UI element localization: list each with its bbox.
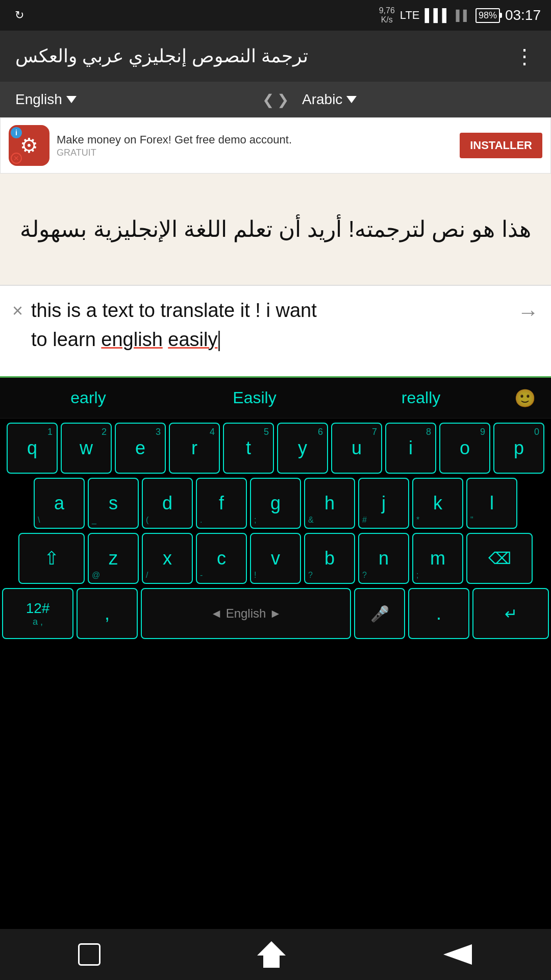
suggestion-easily[interactable]: Easily <box>171 383 338 412</box>
key-s[interactable]: _s <box>88 478 139 529</box>
key-enter[interactable]: ↵ <box>472 588 549 639</box>
target-lang-label: Arabic <box>302 91 342 108</box>
keyboard: 1q 2w 3e 4r 5t 6y 7u 8i 9o 0p \a _s (d .… <box>0 419 551 647</box>
key-comma[interactable]: , <box>77 588 138 639</box>
lang-selector: English ❮ ❯ Arabic <box>0 82 551 117</box>
ad-close-icon[interactable]: ✕ <box>11 153 22 164</box>
svg-marker-1 <box>443 944 472 965</box>
source-lang-dropdown-icon <box>66 96 77 103</box>
key-d[interactable]: (d <box>142 478 193 529</box>
key-x[interactable]: /x <box>142 533 193 584</box>
key-i[interactable]: 8i <box>385 423 436 474</box>
ad-sub-text: GRATUIT <box>57 148 453 158</box>
translated-text: هذا هو نص لترجمته! أريد أن تعلم اللغة ال… <box>20 211 531 247</box>
ad-banner: i ⚙ ✕ Make money on Forex! Get free demo… <box>0 117 551 174</box>
key-y[interactable]: 6y <box>277 423 328 474</box>
keyboard-row-3: ⇧ @z /x -c !v ?b ?n ;m ⌫ <box>2 533 549 584</box>
key-z[interactable]: @z <box>88 533 139 584</box>
backspace-icon: ⌫ <box>488 549 511 568</box>
status-bar: ↻ 9,76 K/s LTE ▌▌▌ ▌▌ 98% 03:17 <box>0 0 551 31</box>
shift-icon: ⇧ <box>44 548 59 569</box>
key-v[interactable]: !v <box>250 533 301 584</box>
key-l[interactable]: "l <box>466 478 517 529</box>
nav-home-button[interactable] <box>256 939 287 970</box>
key-b[interactable]: ?b <box>304 533 355 584</box>
status-time: 03:17 <box>505 7 541 23</box>
underlined-word1: english <box>101 329 162 350</box>
key-w[interactable]: 2w <box>61 423 112 474</box>
home-icon <box>256 939 287 970</box>
ad-info-icon[interactable]: i <box>11 127 22 138</box>
key-r[interactable]: 4r <box>169 423 220 474</box>
input-line1: this is a text to translate it ! i want <box>31 296 509 325</box>
input-line2: to learn english easily <box>31 325 509 354</box>
key-e[interactable]: 3e <box>115 423 166 474</box>
key-j[interactable]: #j <box>358 478 409 529</box>
app-title: ترجمة النصوص إنجليزي عربي والعكس <box>15 45 308 67</box>
network-speed: 9,76 K/s <box>379 6 395 24</box>
ad-gear-icon: ⚙ <box>20 134 38 157</box>
menu-icon[interactable]: ⋮ <box>514 44 536 68</box>
key-g[interactable]: ;g <box>250 478 301 529</box>
target-lang-button[interactable]: Arabic <box>297 91 541 108</box>
source-lang-button[interactable]: English <box>10 91 254 108</box>
svg-marker-0 <box>257 941 286 968</box>
key-u[interactable]: 7u <box>331 423 382 474</box>
key-p[interactable]: 0p <box>493 423 544 474</box>
nav-bar <box>0 929 551 980</box>
target-lang-dropdown-icon <box>346 96 357 103</box>
ad-main-text: Make money on Forex! Get free demo accou… <box>57 133 453 148</box>
keyboard-row-1: 1q 2w 3e 4r 5t 6y 7u 8i 9o 0p <box>2 423 549 474</box>
refresh-icon: ↻ <box>10 6 29 24</box>
ad-install-button[interactable]: INSTALLER <box>460 133 542 158</box>
battery-icon: 98% <box>475 8 500 23</box>
signal-icon2: ▌▌ <box>456 10 470 21</box>
emoji-button[interactable]: 🙂 <box>504 383 546 413</box>
key-t[interactable]: 5t <box>223 423 274 474</box>
suggestion-really[interactable]: really <box>338 383 504 412</box>
key-shift[interactable]: ⇧ <box>18 533 85 584</box>
key-k[interactable]: *k <box>412 478 463 529</box>
lte-icon: LTE <box>400 9 420 22</box>
underlined-word2: easily <box>168 329 217 350</box>
key-c[interactable]: -c <box>196 533 247 584</box>
key-numbers[interactable]: 12# a , <box>2 588 73 639</box>
key-f[interactable]: .f <box>196 478 247 529</box>
lang-swap-icon[interactable]: ❮ ❯ <box>254 91 297 108</box>
nav-back-button[interactable] <box>442 942 473 967</box>
input-area[interactable]: × this is a text to translate it ! i wan… <box>0 286 551 378</box>
keyboard-row-2: \a _s (d .f ;g &h #j *k "l <box>2 478 549 529</box>
key-n[interactable]: ?n <box>358 533 409 584</box>
input-text[interactable]: this is a text to translate it ! i want … <box>31 296 509 354</box>
key-mic[interactable]: 🎤 <box>354 588 405 639</box>
translation-output: هذا هو نص لترجمته! أريد أن تعلم اللغة ال… <box>0 174 551 286</box>
input-clear-button[interactable]: × <box>12 296 23 322</box>
key-a[interactable]: \a <box>34 478 85 529</box>
app-header: ترجمة النصوص إنجليزي عربي والعكس ⋮ <box>0 31 551 82</box>
keyboard-suggestions: early Easily really 🙂 <box>0 378 551 419</box>
key-backspace[interactable]: ⌫ <box>466 533 533 584</box>
ad-icon-container: i ⚙ ✕ <box>9 125 49 166</box>
key-period[interactable]: . <box>408 588 469 639</box>
translate-button[interactable]: → <box>517 296 539 325</box>
source-lang-label: English <box>15 91 62 108</box>
suggestion-early[interactable]: early <box>5 383 171 412</box>
key-space[interactable]: ◄ English ► <box>141 588 351 639</box>
key-q[interactable]: 1q <box>7 423 58 474</box>
key-h[interactable]: &h <box>304 478 355 529</box>
ad-text-container: Make money on Forex! Get free demo accou… <box>57 133 453 158</box>
key-m[interactable]: ;m <box>412 533 463 584</box>
signal-icon: ▌▌▌ <box>425 8 451 22</box>
back-icon <box>442 942 473 967</box>
keyboard-row-4: 12# a , , ◄ English ► 🎤 . ↵ <box>2 588 549 639</box>
recents-icon <box>78 943 101 966</box>
key-o[interactable]: 9o <box>439 423 490 474</box>
nav-recents-button[interactable] <box>78 943 101 966</box>
